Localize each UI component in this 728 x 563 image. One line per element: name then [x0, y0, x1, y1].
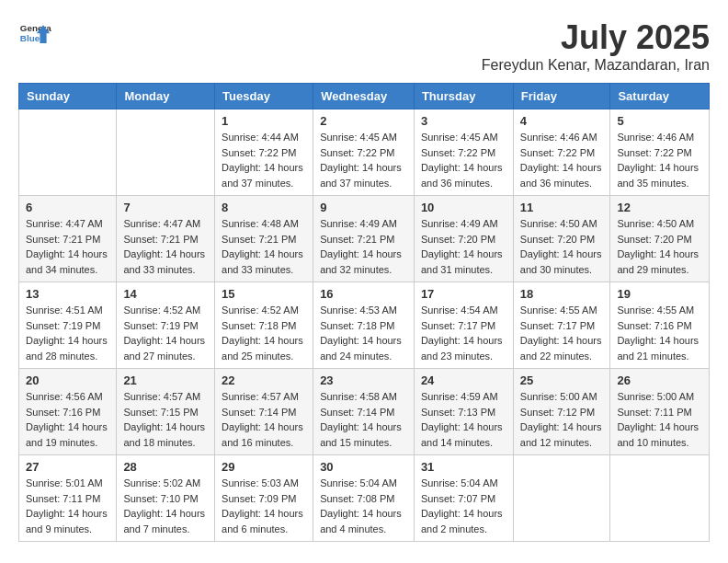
- day-info: Sunrise: 4:52 AMSunset: 7:18 PMDaylight:…: [222, 303, 306, 363]
- day-number: 18: [520, 287, 604, 301]
- day-number: 11: [520, 201, 604, 214]
- day-number: 5: [617, 114, 702, 128]
- weekday-header-sunday: Sunday: [19, 84, 117, 109]
- day-number: 28: [123, 460, 208, 474]
- day-info: Sunrise: 4:59 AMSunset: 7:13 PMDaylight:…: [421, 389, 506, 450]
- day-cell: 30Sunrise: 5:04 AMSunset: 7:08 PMDayligh…: [313, 455, 415, 542]
- day-info: Sunrise: 4:48 AMSunset: 7:21 PMDaylight:…: [222, 216, 306, 277]
- svg-text:Blue: Blue: [20, 33, 40, 43]
- day-cell: 13Sunrise: 4:51 AMSunset: 7:19 PMDayligh…: [19, 282, 117, 369]
- day-cell: 4Sunrise: 4:46 AMSunset: 7:22 PMDaylight…: [513, 109, 610, 196]
- day-info: Sunrise: 4:49 AMSunset: 7:21 PMDaylight:…: [320, 216, 407, 277]
- day-info: Sunrise: 4:50 AMSunset: 7:20 PMDaylight:…: [520, 216, 604, 277]
- day-number: 2: [320, 114, 407, 128]
- day-number: 14: [123, 287, 208, 301]
- day-cell: [19, 109, 117, 196]
- day-info: Sunrise: 4:52 AMSunset: 7:19 PMDaylight:…: [123, 303, 208, 363]
- week-row-4: 20Sunrise: 4:56 AMSunset: 7:16 PMDayligh…: [19, 369, 710, 455]
- day-info: Sunrise: 5:03 AMSunset: 7:09 PMDaylight:…: [222, 476, 306, 536]
- day-number: 30: [320, 460, 407, 474]
- day-number: 25: [520, 373, 604, 387]
- day-number: 22: [222, 373, 306, 387]
- day-number: 7: [123, 201, 208, 214]
- day-cell: 7Sunrise: 4:47 AMSunset: 7:21 PMDaylight…: [117, 196, 215, 282]
- day-info: Sunrise: 4:55 AMSunset: 7:16 PMDaylight:…: [617, 303, 702, 363]
- day-cell: 18Sunrise: 4:55 AMSunset: 7:17 PMDayligh…: [513, 282, 610, 369]
- week-row-5: 27Sunrise: 5:01 AMSunset: 7:11 PMDayligh…: [19, 455, 710, 542]
- day-number: 21: [123, 373, 208, 387]
- day-number: 10: [421, 201, 506, 214]
- day-info: Sunrise: 4:49 AMSunset: 7:20 PMDaylight:…: [421, 216, 506, 277]
- day-info: Sunrise: 4:57 AMSunset: 7:15 PMDaylight:…: [123, 389, 208, 450]
- day-number: 12: [617, 201, 702, 214]
- day-info: Sunrise: 4:55 AMSunset: 7:17 PMDaylight:…: [520, 303, 604, 363]
- weekday-header-row: SundayMondayTuesdayWednesdayThursdayFrid…: [19, 84, 710, 109]
- day-info: Sunrise: 4:46 AMSunset: 7:22 PMDaylight:…: [520, 130, 604, 190]
- day-number: 23: [320, 373, 407, 387]
- day-number: 19: [617, 287, 702, 301]
- day-number: 27: [26, 460, 109, 474]
- day-cell: [117, 109, 215, 196]
- week-row-2: 6Sunrise: 4:47 AMSunset: 7:21 PMDaylight…: [19, 196, 710, 282]
- day-cell: 1Sunrise: 4:44 AMSunset: 7:22 PMDaylight…: [215, 109, 313, 196]
- day-cell: 31Sunrise: 5:04 AMSunset: 7:07 PMDayligh…: [414, 455, 513, 542]
- day-cell: 3Sunrise: 4:45 AMSunset: 7:22 PMDaylight…: [414, 109, 513, 196]
- weekday-header-saturday: Saturday: [610, 84, 710, 109]
- week-row-1: 1Sunrise: 4:44 AMSunset: 7:22 PMDaylight…: [19, 109, 710, 196]
- day-info: Sunrise: 5:04 AMSunset: 7:08 PMDaylight:…: [320, 476, 407, 536]
- day-info: Sunrise: 4:50 AMSunset: 7:20 PMDaylight:…: [617, 216, 702, 277]
- day-number: 6: [26, 201, 109, 214]
- day-info: Sunrise: 5:00 AMSunset: 7:11 PMDaylight:…: [617, 389, 702, 450]
- day-cell: 24Sunrise: 4:59 AMSunset: 7:13 PMDayligh…: [414, 369, 513, 455]
- day-info: Sunrise: 4:44 AMSunset: 7:22 PMDaylight:…: [222, 130, 306, 190]
- day-cell: 28Sunrise: 5:02 AMSunset: 7:10 PMDayligh…: [117, 455, 215, 542]
- day-cell: 11Sunrise: 4:50 AMSunset: 7:20 PMDayligh…: [513, 196, 610, 282]
- day-info: Sunrise: 4:47 AMSunset: 7:21 PMDaylight:…: [123, 216, 208, 277]
- day-cell: 8Sunrise: 4:48 AMSunset: 7:21 PMDaylight…: [215, 196, 313, 282]
- day-number: 20: [26, 373, 109, 387]
- logo: General Blue: [18, 18, 51, 52]
- day-cell: [610, 455, 710, 542]
- weekday-header-monday: Monday: [117, 84, 215, 109]
- day-number: 17: [421, 287, 506, 301]
- page-header: General Blue July 2025 Fereydun Kenar, M…: [18, 18, 710, 74]
- day-cell: 29Sunrise: 5:03 AMSunset: 7:09 PMDayligh…: [215, 455, 313, 542]
- calendar-table: SundayMondayTuesdayWednesdayThursdayFrid…: [18, 83, 710, 542]
- day-number: 24: [421, 373, 506, 387]
- day-cell: 20Sunrise: 4:56 AMSunset: 7:16 PMDayligh…: [19, 369, 117, 455]
- logo-icon: General Blue: [18, 18, 51, 52]
- day-cell: 14Sunrise: 4:52 AMSunset: 7:19 PMDayligh…: [117, 282, 215, 369]
- day-cell: 19Sunrise: 4:55 AMSunset: 7:16 PMDayligh…: [610, 282, 710, 369]
- day-cell: 17Sunrise: 4:54 AMSunset: 7:17 PMDayligh…: [414, 282, 513, 369]
- weekday-header-wednesday: Wednesday: [313, 84, 415, 109]
- day-info: Sunrise: 4:56 AMSunset: 7:16 PMDaylight:…: [26, 389, 109, 450]
- day-number: 9: [320, 201, 407, 214]
- weekday-header-thursday: Thursday: [414, 84, 513, 109]
- day-cell: 25Sunrise: 5:00 AMSunset: 7:12 PMDayligh…: [513, 369, 610, 455]
- title-area: July 2025 Fereydun Kenar, Mazandaran, Ir…: [482, 18, 710, 74]
- day-info: Sunrise: 5:02 AMSunset: 7:10 PMDaylight:…: [123, 476, 208, 536]
- day-info: Sunrise: 5:04 AMSunset: 7:07 PMDaylight:…: [421, 476, 506, 536]
- day-number: 26: [617, 373, 702, 387]
- day-number: 3: [421, 114, 506, 128]
- day-info: Sunrise: 4:46 AMSunset: 7:22 PMDaylight:…: [617, 130, 702, 190]
- day-cell: 9Sunrise: 4:49 AMSunset: 7:21 PMDaylight…: [313, 196, 415, 282]
- day-cell: 15Sunrise: 4:52 AMSunset: 7:18 PMDayligh…: [215, 282, 313, 369]
- weekday-header-tuesday: Tuesday: [215, 84, 313, 109]
- day-number: 29: [222, 460, 306, 474]
- day-info: Sunrise: 5:01 AMSunset: 7:11 PMDaylight:…: [26, 476, 109, 536]
- day-info: Sunrise: 4:47 AMSunset: 7:21 PMDaylight:…: [26, 216, 109, 277]
- day-number: 16: [320, 287, 407, 301]
- day-number: 4: [520, 114, 604, 128]
- day-number: 31: [421, 460, 506, 474]
- week-row-3: 13Sunrise: 4:51 AMSunset: 7:19 PMDayligh…: [19, 282, 710, 369]
- day-info: Sunrise: 4:45 AMSunset: 7:22 PMDaylight:…: [421, 130, 506, 190]
- day-cell: [513, 455, 610, 542]
- day-cell: 12Sunrise: 4:50 AMSunset: 7:20 PMDayligh…: [610, 196, 710, 282]
- day-cell: 21Sunrise: 4:57 AMSunset: 7:15 PMDayligh…: [117, 369, 215, 455]
- day-cell: 23Sunrise: 4:58 AMSunset: 7:14 PMDayligh…: [313, 369, 415, 455]
- day-info: Sunrise: 4:57 AMSunset: 7:14 PMDaylight:…: [222, 389, 306, 450]
- day-info: Sunrise: 4:45 AMSunset: 7:22 PMDaylight:…: [320, 130, 407, 190]
- location-title: Fereydun Kenar, Mazandaran, Iran: [482, 57, 710, 74]
- day-cell: 2Sunrise: 4:45 AMSunset: 7:22 PMDaylight…: [313, 109, 415, 196]
